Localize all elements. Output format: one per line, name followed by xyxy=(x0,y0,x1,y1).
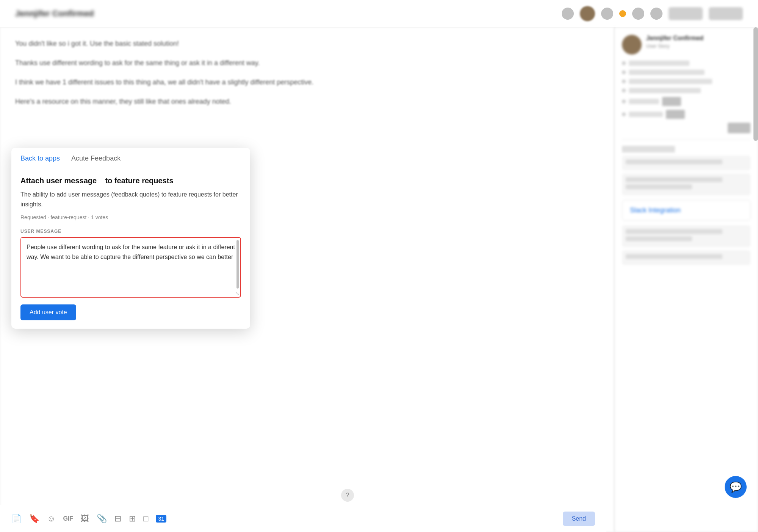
field-badge-6 xyxy=(666,110,685,119)
header-title: Jennjifer Confirmed xyxy=(15,9,94,19)
modal-breadcrumb: Acute Feedback xyxy=(71,154,121,162)
sidebar-field-4 xyxy=(622,88,750,93)
add-user-vote-button[interactable]: Add user vote xyxy=(20,304,76,320)
field-value-2 xyxy=(629,70,705,75)
header-icon-2 xyxy=(601,8,613,20)
user-message-textarea[interactable] xyxy=(21,238,240,295)
sidebar-user-header: Jennjifer Confirmed User Story xyxy=(622,35,750,55)
chat-message-3: I think we have 1 different issues to th… xyxy=(15,77,599,87)
modal-title-part1: Attach user message xyxy=(20,176,97,185)
toolbar-square-icon[interactable]: □ xyxy=(143,514,148,524)
bottom-toolbar: 📄 🔖 ☺ GIF 🖼 📎 ⊟ ⊞ □ 31 Send xyxy=(0,505,606,532)
header-right xyxy=(562,6,743,21)
slack-integration-label: Slack Integration xyxy=(630,206,681,214)
sidebar-role: User Story xyxy=(646,43,703,49)
toolbar-emoji-icon[interactable]: ☺ xyxy=(47,514,55,524)
field-label-6 xyxy=(629,112,663,117)
sidebar-feature-2 xyxy=(622,173,750,195)
chat-widget-button[interactable]: 💬 xyxy=(725,476,747,498)
chat-widget-icon: 💬 xyxy=(730,481,742,493)
modal-textarea-wrapper: ⤡ xyxy=(20,237,241,298)
sidebar-username: Jennjifer Confirmed xyxy=(646,35,703,42)
toolbar-bookmark-icon[interactable]: 🔖 xyxy=(29,514,39,524)
toolbar-gif-icon[interactable]: GIF xyxy=(63,515,73,522)
sidebar-divider-1 xyxy=(622,139,750,140)
toolbar-document-icon[interactable]: 📄 xyxy=(11,514,22,524)
send-button[interactable]: Send xyxy=(563,512,595,526)
modal-title-part2: to feature requests xyxy=(105,176,173,185)
sidebar-section-title-1 xyxy=(622,146,675,153)
modal-body: Attach user message to feature requests … xyxy=(11,168,250,329)
toolbar-table-icon[interactable]: ⊟ xyxy=(114,514,121,524)
header-icon-1 xyxy=(562,8,574,20)
feature-line-2b xyxy=(626,184,692,189)
modal-field-label: USER MESSAGE xyxy=(20,229,241,234)
sidebar-feature-1 xyxy=(622,156,750,170)
header-avatar xyxy=(580,6,595,21)
modal-nav: Back to apps Acute Feedback xyxy=(11,148,250,168)
field-dot-5 xyxy=(622,100,626,103)
modal-title: Attach user message to feature requests xyxy=(20,176,241,185)
header-search-btn[interactable] xyxy=(669,7,703,20)
textarea-resize-handle[interactable]: ⤡ xyxy=(235,291,240,296)
textarea-scrollbar xyxy=(236,240,239,289)
sidebar-field-2 xyxy=(622,70,750,75)
field-value-4 xyxy=(629,88,701,93)
modal-meta: Requested · feature-request · 1 votes xyxy=(20,214,241,220)
chat-message-2: Thanks use different wording to ask for … xyxy=(15,58,599,68)
header-icon-3 xyxy=(632,8,644,20)
feature-line-4 xyxy=(626,254,722,259)
field-badge-5 xyxy=(662,97,681,106)
sidebar-field-3 xyxy=(622,79,750,84)
sidebar-feature-3 xyxy=(622,225,750,247)
modal-description: The ability to add user messages (feedba… xyxy=(20,190,241,209)
toolbar-calendar-icon[interactable]: 31 xyxy=(156,515,166,523)
field-label-5 xyxy=(629,99,659,104)
toolbar-attach-icon[interactable]: 📎 xyxy=(97,514,107,524)
sidebar-field-5 xyxy=(622,97,750,106)
right-sidebar: Jennjifer Confirmed User Story xyxy=(614,27,758,532)
feature-line-1 xyxy=(626,159,722,164)
chat-message-4: Here's a resource on this manner, they s… xyxy=(15,97,599,107)
status-dot xyxy=(619,10,626,17)
help-icon[interactable]: ? xyxy=(341,489,354,502)
feature-line-2 xyxy=(626,177,722,182)
right-scrollbar[interactable] xyxy=(753,27,758,141)
top-number-badge xyxy=(728,123,750,133)
slack-integration-button[interactable]: Slack Integration xyxy=(622,200,750,221)
field-dot-2 xyxy=(622,70,626,74)
field-value-3 xyxy=(629,79,712,84)
modal-popup: Back to apps Acute Feedback Attach user … xyxy=(11,148,250,329)
field-dot-4 xyxy=(622,89,626,92)
sidebar-field-6 xyxy=(622,110,750,119)
sidebar-feature-4 xyxy=(622,250,750,265)
header-settings-btn[interactable] xyxy=(709,7,743,20)
header-icon-4 xyxy=(650,8,662,20)
toolbar-image-icon[interactable]: 🖼 xyxy=(81,514,89,524)
header-bar: Jennjifer Confirmed xyxy=(0,0,758,27)
field-dot-6 xyxy=(622,112,626,116)
feature-line-3 xyxy=(626,229,722,234)
toolbar-grid-icon[interactable]: ⊞ xyxy=(129,514,136,524)
back-to-apps-link[interactable]: Back to apps xyxy=(20,154,60,162)
field-dot-3 xyxy=(622,80,626,83)
field-value-1 xyxy=(629,61,689,66)
feature-line-3b xyxy=(626,236,692,241)
sidebar-avatar xyxy=(622,35,642,55)
chat-message-1: You didn't like so i got it. Use the bas… xyxy=(15,39,599,49)
help-icon-area: ? xyxy=(341,489,354,502)
sidebar-field-1 xyxy=(622,61,750,66)
modal-title-spacer xyxy=(99,176,103,185)
field-dot-1 xyxy=(622,61,626,65)
